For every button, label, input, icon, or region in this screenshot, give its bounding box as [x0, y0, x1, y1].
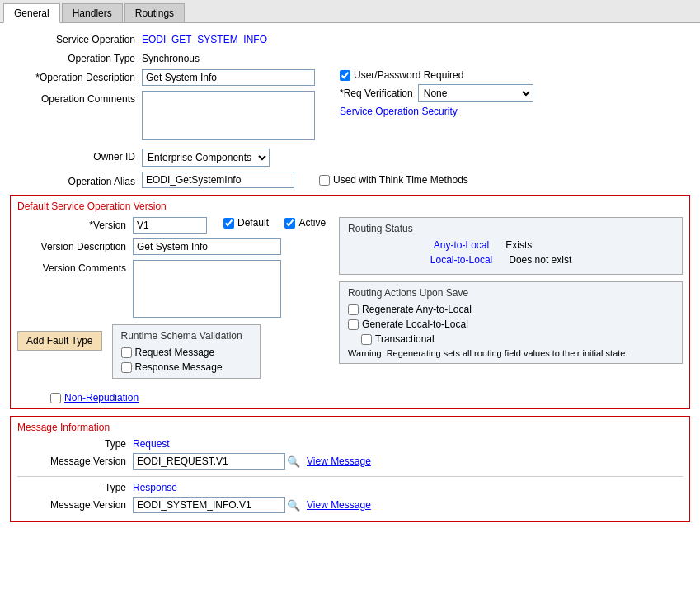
- tab-handlers[interactable]: Handlers: [62, 3, 123, 22]
- generate-local-checkbox-label[interactable]: Generate Local-to-Local: [348, 319, 674, 330]
- user-password-checkbox-label[interactable]: User/Password Required: [340, 69, 533, 81]
- transactional-checkbox[interactable]: [361, 334, 372, 345]
- left-form: *Operation Description Operation Comment…: [10, 69, 315, 145]
- default-label: Default: [237, 217, 269, 229]
- generate-local-checkbox[interactable]: [348, 319, 359, 330]
- right-panel: User/Password Required *Req Verification…: [340, 69, 533, 117]
- any-to-local-row: Any-to-Local Exists: [348, 239, 674, 251]
- think-time-label: Used with Think Time Methods: [333, 174, 468, 186]
- version-left: *Version Default Active Versi: [17, 217, 326, 403]
- alias-row: Operation Alias Used with Think Time Met…: [10, 172, 690, 188]
- version-description-row: Version Description: [17, 238, 326, 255]
- request-type-row: Type Request: [17, 438, 683, 450]
- response-message-checkbox[interactable]: [121, 362, 132, 373]
- tab-routings[interactable]: Routings: [124, 3, 185, 22]
- response-message-version-row: Message.Version 🔍 View Message: [17, 497, 683, 513]
- any-to-local-value: Exists: [505, 239, 588, 251]
- user-password-label: User/Password Required: [354, 69, 463, 81]
- add-fault-area: Add Fault Type: [17, 324, 102, 351]
- service-operation-value: EODI_GET_SYSTEM_INFO: [142, 31, 267, 45]
- non-repudiation-checkbox-label[interactable]: Non-Repudiation: [50, 392, 326, 403]
- response-message-version-input[interactable]: [133, 497, 285, 513]
- version-right: Routing Status Any-to-Local Exists Local…: [339, 217, 683, 403]
- routing-actions-box: Routing Actions Upon Save Regenerate Any…: [339, 281, 683, 364]
- active-label: Active: [298, 217, 326, 229]
- regenerate-any-checkbox[interactable]: [348, 304, 359, 315]
- operation-description-row: *Operation Description: [10, 69, 315, 86]
- operation-alias-label: Operation Alias: [10, 173, 142, 187]
- owner-id-select[interactable]: Enterprise Components: [142, 149, 270, 167]
- operation-type-row: Operation Type Synchronous: [10, 50, 690, 64]
- response-type-label: Type: [17, 482, 133, 493]
- tab-bar: General Handlers Routings: [0, 0, 700, 23]
- response-search-icon[interactable]: 🔍: [287, 499, 300, 512]
- operation-description-input[interactable]: [142, 69, 315, 86]
- service-op-security-row: Service Operation Security: [340, 106, 533, 117]
- any-to-local-label: Any-to-Local: [434, 239, 489, 251]
- operation-type-label: Operation Type: [10, 50, 142, 64]
- warning-text: Regenerating sets all routing field valu…: [387, 348, 628, 358]
- description-section: *Operation Description Operation Comment…: [10, 69, 690, 145]
- add-fault-type-button[interactable]: Add Fault Type: [17, 331, 102, 351]
- owner-id-row: Owner ID Enterprise Components: [10, 149, 690, 167]
- think-time-checkbox[interactable]: [319, 175, 330, 186]
- response-message-checkbox-label[interactable]: Response Message: [121, 361, 251, 373]
- regenerate-any-label: Regenerate Any-to-Local: [362, 304, 472, 315]
- response-type-value: Response: [133, 482, 177, 493]
- view-message-link-2[interactable]: View Message: [307, 499, 371, 511]
- request-message-checkbox[interactable]: [121, 347, 132, 358]
- request-message-version-input[interactable]: [133, 453, 285, 470]
- default-checkbox[interactable]: [223, 218, 234, 229]
- think-time-checkbox-label[interactable]: Used with Think Time Methods: [319, 174, 468, 186]
- operation-comments-row: Operation Comments: [10, 91, 315, 140]
- req-verification-select[interactable]: None: [418, 84, 533, 102]
- default-checkbox-label[interactable]: Default: [223, 217, 269, 229]
- req-verification-label: *Req Verification: [340, 87, 413, 99]
- regenerate-any-checkbox-label[interactable]: Regenerate Any-to-Local: [348, 304, 674, 315]
- transactional-checkbox-label[interactable]: Transactional: [361, 333, 674, 345]
- tab-general[interactable]: General: [3, 3, 60, 23]
- version-content: *Version Default Active Versi: [17, 217, 683, 403]
- service-operation-label: Service Operation: [10, 31, 142, 45]
- non-repudiation-label: Non-Repudiation: [64, 392, 139, 403]
- generate-local-label: Generate Local-to-Local: [362, 319, 468, 330]
- routing-status-box: Routing Status Any-to-Local Exists Local…: [339, 217, 683, 275]
- warning-label: Warning: [348, 348, 382, 358]
- active-checkbox[interactable]: [284, 218, 295, 229]
- version-description-label: Version Description: [17, 238, 133, 252]
- version-input[interactable]: [133, 217, 207, 234]
- warning-row: Warning Regenerating sets all routing fi…: [348, 348, 674, 358]
- operation-description-label: *Operation Description: [10, 69, 142, 83]
- service-operation-row: Service Operation EODI_GET_SYSTEM_INFO: [10, 31, 690, 45]
- version-row: *Version Default Active: [17, 217, 326, 234]
- think-time-row: Used with Think Time Methods: [319, 174, 468, 186]
- schema-title: Runtime Schema Validation: [121, 330, 251, 342]
- version-comments-input[interactable]: [133, 260, 281, 318]
- response-message-version-label: Message.Version: [17, 499, 133, 511]
- local-to-local-value: Does not exist: [509, 254, 591, 266]
- request-message-checkbox-label[interactable]: Request Message: [121, 347, 251, 358]
- transactional-label: Transactional: [375, 333, 435, 345]
- request-message-label: Request Message: [135, 347, 215, 358]
- operation-alias-input[interactable]: [142, 172, 294, 188]
- user-password-checkbox[interactable]: [340, 70, 350, 81]
- message-info-section: Message Information Type Request Message…: [10, 416, 690, 522]
- default-version-title: Default Service Operation Version: [17, 201, 683, 212]
- view-message-link-1[interactable]: View Message: [307, 455, 371, 467]
- req-verification-row: *Req Verification None: [340, 84, 533, 102]
- response-message-label: Response Message: [135, 361, 223, 373]
- non-repudiation-checkbox[interactable]: [50, 393, 61, 403]
- schema-validation-box: Runtime Schema Validation Request Messag…: [112, 324, 261, 379]
- service-op-security-link[interactable]: Service Operation Security: [340, 106, 458, 117]
- request-search-icon[interactable]: 🔍: [287, 455, 300, 468]
- request-message-version-label: Message.Version: [17, 455, 133, 467]
- active-checkbox-label[interactable]: Active: [284, 217, 326, 229]
- operation-comments-input[interactable]: [142, 91, 315, 140]
- version-description-input[interactable]: [133, 238, 281, 255]
- local-to-local-label: Local-to-Local: [430, 254, 492, 266]
- version-comments-row: Version Comments: [17, 260, 326, 318]
- message-divider: [17, 476, 683, 477]
- response-type-row: Type Response: [17, 482, 683, 493]
- schema-fault-row: Add Fault Type Runtime Schema Validation…: [17, 324, 326, 385]
- default-version-section: Default Service Operation Version *Versi…: [10, 195, 690, 409]
